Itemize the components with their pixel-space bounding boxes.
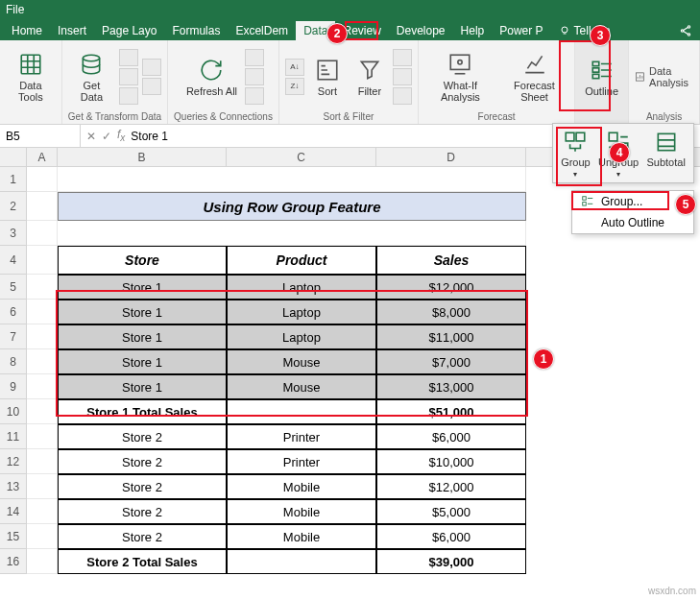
- cell-sales[interactable]: $12,000: [376, 275, 526, 300]
- cell[interactable]: [27, 300, 58, 324]
- cell-product[interactable]: Laptop: [227, 324, 376, 349]
- name-box[interactable]: B5: [0, 125, 81, 147]
- title-cell[interactable]: Using Row Group Feature: [58, 192, 526, 221]
- row-header[interactable]: 11: [0, 424, 27, 449]
- tab-pagelayout[interactable]: Page Layo: [94, 21, 164, 40]
- header-store[interactable]: Store: [58, 246, 227, 275]
- outline-button[interactable]: Outline: [581, 55, 622, 99]
- cell[interactable]: [27, 192, 58, 221]
- cell[interactable]: [27, 221, 58, 246]
- cell-store[interactable]: Store 1: [58, 324, 227, 349]
- row-header[interactable]: 12: [0, 449, 27, 474]
- cell-sales[interactable]: $10,000: [376, 449, 526, 474]
- row-header[interactable]: 6: [0, 300, 27, 324]
- row-header[interactable]: 2: [0, 192, 27, 221]
- fx-icon[interactable]: fx: [117, 128, 125, 143]
- enter-formula-icon[interactable]: ✓: [102, 130, 111, 143]
- tab-developer[interactable]: Develope: [389, 21, 453, 40]
- header-sales[interactable]: Sales: [376, 246, 526, 275]
- cell[interactable]: [227, 399, 376, 424]
- cell[interactable]: [27, 524, 58, 549]
- cell-product[interactable]: Laptop: [227, 300, 376, 324]
- share-icon[interactable]: [671, 21, 700, 40]
- cell[interactable]: [27, 474, 58, 499]
- queries-button[interactable]: [245, 49, 264, 66]
- row-header[interactable]: 5: [0, 275, 27, 300]
- cell-store[interactable]: Store 1: [58, 374, 227, 399]
- cell-store[interactable]: Store 1: [58, 300, 227, 324]
- cell[interactable]: [27, 246, 58, 275]
- cell-product[interactable]: Printer: [227, 424, 376, 449]
- cell-product[interactable]: Mouse: [227, 374, 376, 399]
- cell-sales[interactable]: $6,000: [376, 424, 526, 449]
- cell-product[interactable]: Printer: [227, 449, 376, 474]
- cell[interactable]: [58, 167, 526, 192]
- header-product[interactable]: Product: [227, 246, 376, 275]
- cell[interactable]: [27, 324, 58, 349]
- cell[interactable]: [27, 449, 58, 474]
- data-analysis-button[interactable]: Data Analysis: [635, 65, 693, 88]
- cell-store[interactable]: Store 1: [58, 349, 227, 374]
- from-web-button[interactable]: [119, 68, 138, 85]
- cell-sales[interactable]: $7,000: [376, 349, 526, 374]
- filter-button[interactable]: Filter: [350, 55, 389, 99]
- cell-product[interactable]: Mobile: [227, 524, 376, 549]
- cell-sales[interactable]: $13,000: [376, 374, 526, 399]
- cell[interactable]: [27, 499, 58, 524]
- tab-powerp[interactable]: Power P: [492, 21, 550, 40]
- cancel-formula-icon[interactable]: ✕: [86, 130, 96, 143]
- cell-total-label[interactable]: Store 2 Total Sales: [58, 549, 227, 574]
- row-header[interactable]: 13: [0, 474, 27, 499]
- cell-sales[interactable]: $12,000: [376, 474, 526, 499]
- whatif-button[interactable]: What-If Analysis: [424, 49, 496, 105]
- row-header[interactable]: 16: [0, 549, 27, 574]
- advanced-button[interactable]: [393, 87, 412, 105]
- clear-filter-button[interactable]: [393, 49, 412, 66]
- cell-store[interactable]: Store 2: [58, 474, 227, 499]
- cell-sales[interactable]: $6,000: [376, 524, 526, 549]
- sort-az-button[interactable]: A↓: [285, 59, 304, 76]
- sort-button[interactable]: Sort: [308, 55, 347, 99]
- row-header[interactable]: 8: [0, 349, 27, 374]
- tab-formulas[interactable]: Formulas: [164, 21, 228, 40]
- col-header-c[interactable]: C: [227, 148, 376, 166]
- properties-button[interactable]: [245, 68, 264, 85]
- cell-product[interactable]: Laptop: [227, 275, 376, 300]
- cell[interactable]: [58, 221, 526, 246]
- reapply-button[interactable]: [393, 68, 412, 85]
- cell[interactable]: [227, 549, 376, 574]
- row-header[interactable]: 14: [0, 499, 27, 524]
- col-header-d[interactable]: D: [376, 148, 526, 166]
- cell-store[interactable]: Store 2: [58, 424, 227, 449]
- cell[interactable]: [27, 167, 58, 192]
- forecast-sheet-button[interactable]: Forecast Sheet: [500, 49, 568, 105]
- cell-total-label[interactable]: Store 1 Total Sales: [58, 399, 227, 424]
- row-header[interactable]: 7: [0, 324, 27, 349]
- cell[interactable]: [27, 399, 58, 424]
- data-tools-button[interactable]: Data Tools: [6, 49, 56, 105]
- row-header[interactable]: 9: [0, 374, 27, 399]
- cell-sales[interactable]: $8,000: [376, 300, 526, 324]
- row-header[interactable]: 4: [0, 246, 27, 275]
- tab-insert[interactable]: Insert: [50, 21, 94, 40]
- from-text-button[interactable]: [119, 49, 138, 66]
- cell-store[interactable]: Store 2: [58, 524, 227, 549]
- recent-sources-button[interactable]: [142, 59, 161, 76]
- cell[interactable]: [27, 374, 58, 399]
- cell[interactable]: [27, 349, 58, 374]
- select-all-corner[interactable]: [0, 148, 27, 166]
- cell-store[interactable]: Store 2: [58, 449, 227, 474]
- existing-conn-button[interactable]: [142, 78, 161, 95]
- edit-links-button[interactable]: [245, 87, 264, 105]
- cell[interactable]: [27, 549, 58, 574]
- cell-store[interactable]: Store 2: [58, 499, 227, 524]
- from-table-button[interactable]: [119, 87, 138, 105]
- cell-total-value[interactable]: $51,000: [376, 399, 526, 424]
- cell-product[interactable]: Mobile: [227, 474, 376, 499]
- cell-sales[interactable]: $11,000: [376, 324, 526, 349]
- cell-product[interactable]: Mouse: [227, 349, 376, 374]
- row-header[interactable]: 15: [0, 524, 27, 549]
- group-button[interactable]: Group ▾: [561, 130, 591, 179]
- tab-home[interactable]: Home: [4, 21, 50, 40]
- row-header[interactable]: 1: [0, 167, 27, 192]
